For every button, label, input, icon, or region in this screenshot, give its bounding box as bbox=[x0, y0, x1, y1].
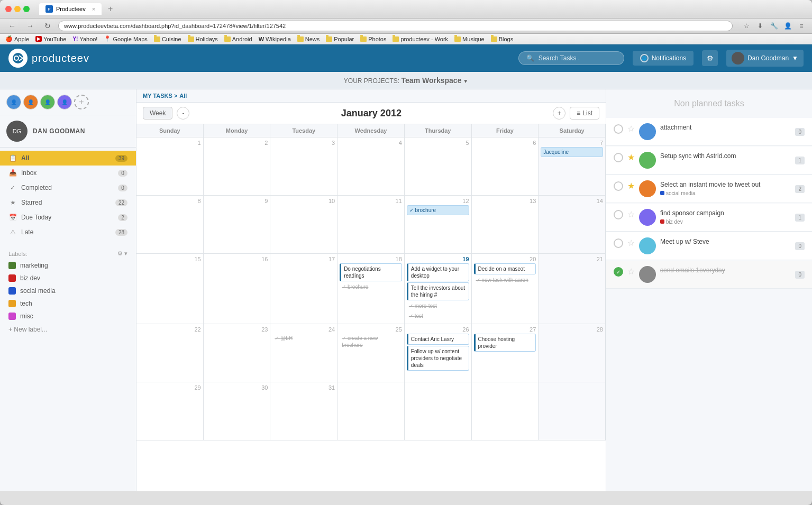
team-avatar-4[interactable]: 👤 bbox=[57, 95, 72, 109]
task-star-1[interactable]: ☆ bbox=[627, 124, 635, 134]
task-item-astrid[interactable]: ★ Setup sync with Astrid.com 1 bbox=[606, 146, 812, 175]
cal-cell-jan8[interactable]: 8 bbox=[136, 196, 204, 254]
cal-task-bh[interactable]: @bH bbox=[272, 334, 335, 343]
team-avatar-1[interactable]: 👤 bbox=[6, 95, 21, 109]
cal-cell-jan9[interactable]: 9 bbox=[204, 196, 271, 254]
breadcrumb-all[interactable]: All bbox=[179, 93, 187, 99]
cal-cell-jan19[interactable]: 19 Add a widget to your desktop Tell the… bbox=[405, 254, 472, 324]
search-bar[interactable]: 🔍 Search Tasks . bbox=[518, 51, 624, 65]
cal-cell-jan26[interactable]: 26 Contact Aric Lasry Follow up w/ conte… bbox=[405, 324, 472, 382]
task-item-attachment[interactable]: ☆ attachment 0 bbox=[606, 118, 812, 146]
bookmark-wikipedia[interactable]: W Wikipedia bbox=[259, 36, 291, 42]
cal-cell-jan15[interactable]: 15 bbox=[136, 254, 204, 324]
cal-cell-jan30[interactable]: 30 bbox=[204, 382, 271, 440]
new-label-button[interactable]: + New label... bbox=[0, 323, 136, 336]
cal-cell-jan12[interactable]: 12 ✓ brochure bbox=[405, 196, 472, 254]
bookmark-photos[interactable]: Photos bbox=[360, 36, 386, 42]
bookmark-apple[interactable]: 🍎 Apple bbox=[5, 35, 29, 42]
task-star-2[interactable]: ★ bbox=[627, 152, 635, 162]
browser-tab[interactable]: P Producteev × bbox=[39, 3, 102, 15]
cal-task-follow-up-content[interactable]: Follow up w/ content providers to negoti… bbox=[407, 346, 469, 371]
task-item-movie[interactable]: ★ Select an instant movie to tweet out s… bbox=[606, 175, 812, 203]
team-avatar-2[interactable]: 👤 bbox=[23, 95, 38, 109]
back-button[interactable]: ← bbox=[5, 21, 19, 31]
cal-cell-jan17[interactable]: 17 bbox=[270, 254, 337, 324]
task-check-1[interactable] bbox=[614, 124, 623, 134]
task-star-3[interactable]: ★ bbox=[627, 181, 635, 191]
sidebar-item-due-today[interactable]: 📅 Due Today 2 bbox=[0, 210, 136, 225]
task-check-2[interactable] bbox=[614, 153, 623, 162]
task-check-3[interactable] bbox=[614, 181, 623, 191]
cal-task-new-task-aaron[interactable]: new task with aaron bbox=[474, 276, 536, 284]
label-marketing[interactable]: marketing bbox=[0, 259, 136, 272]
cal-cell-jan22[interactable]: 22 bbox=[136, 324, 204, 382]
url-input[interactable]: www.producteevbeta.com/dashboard.php?id_… bbox=[58, 21, 733, 31]
cal-cell-empty-2[interactable] bbox=[405, 382, 472, 440]
cal-cell-jan16[interactable]: 16 bbox=[204, 254, 271, 324]
bookmark-youtube[interactable]: ▶ YouTube bbox=[35, 36, 66, 42]
cal-cell-jan23[interactable]: 23 bbox=[204, 324, 271, 382]
label-misc[interactable]: misc bbox=[0, 310, 136, 323]
task-check-6[interactable]: ✓ bbox=[614, 267, 623, 277]
star-icon[interactable]: ☆ bbox=[741, 21, 752, 31]
next-month-button[interactable]: + bbox=[553, 107, 565, 120]
task-star-4[interactable]: ☆ bbox=[627, 209, 635, 219]
task-star-6[interactable]: ☆ bbox=[627, 267, 635, 277]
cal-task-mascot[interactable]: Decide on a mascot bbox=[474, 263, 536, 274]
project-name[interactable]: Team Workspace bbox=[402, 76, 469, 85]
cal-cell-jan7[interactable]: 7 Jacqueline bbox=[539, 137, 606, 196]
extensions-icon[interactable]: 🔧 bbox=[769, 21, 779, 31]
cal-task-brochure-jan12[interactable]: ✓ brochure bbox=[407, 205, 469, 215]
cal-task-widget[interactable]: Add a widget to your desktop bbox=[407, 263, 469, 281]
sidebar-item-starred[interactable]: ★ Starred 22 bbox=[0, 195, 136, 210]
cal-cell-jan27[interactable]: 27 Choose hosting provider bbox=[472, 324, 539, 382]
download-icon[interactable]: ⬇ bbox=[755, 21, 765, 31]
cal-cell-jan10[interactable]: 10 bbox=[270, 196, 337, 254]
minimize-dot[interactable] bbox=[14, 6, 21, 12]
cal-task-hosting[interactable]: Choose hosting provider bbox=[474, 334, 536, 352]
bookmark-news[interactable]: News bbox=[297, 36, 320, 42]
forward-button[interactable]: → bbox=[23, 21, 37, 31]
cal-cell-jan29[interactable]: 29 bbox=[136, 382, 204, 440]
cal-cell-jan13[interactable]: 13 bbox=[472, 196, 539, 254]
cal-cell-jan11[interactable]: 11 bbox=[337, 196, 405, 254]
user-menu-button[interactable]: Dan Goodman ▼ bbox=[726, 50, 804, 67]
bookmark-musique[interactable]: Musique bbox=[454, 36, 485, 42]
close-dot[interactable] bbox=[5, 6, 12, 12]
cal-cell-jan24[interactable]: 24 @bH bbox=[270, 324, 337, 382]
cal-cell-jan28[interactable]: 28 bbox=[539, 324, 606, 382]
cal-task-contact-aric[interactable]: Contact Aric Lasry bbox=[407, 334, 469, 345]
new-tab-button[interactable]: + bbox=[108, 4, 113, 14]
cal-task-investors[interactable]: Tell the investors about the hiring # bbox=[407, 282, 469, 300]
label-tech[interactable]: tech bbox=[0, 297, 136, 310]
labels-settings-icon[interactable]: ⚙ ▾ bbox=[117, 250, 127, 257]
task-star-5[interactable]: ☆ bbox=[627, 238, 635, 248]
cal-task-create-brochure[interactable]: create a new brochure bbox=[340, 334, 402, 350]
settings-gear-button[interactable]: ⚙ bbox=[702, 50, 718, 66]
settings-icon[interactable]: ≡ bbox=[796, 21, 807, 31]
bookmark-android[interactable]: Android bbox=[224, 36, 252, 42]
task-item-steve[interactable]: ☆ Meet up w/ Steve 0 bbox=[606, 232, 812, 260]
cal-task-negotiations[interactable]: Do negotiations readings bbox=[340, 263, 402, 281]
bookmark-yahoo[interactable]: Y! Yahoo! bbox=[72, 36, 97, 42]
sidebar-item-completed[interactable]: ✓ Completed 0 bbox=[0, 180, 136, 195]
cal-cell-jan20[interactable]: 20 Decide on a mascot new task with aaro… bbox=[472, 254, 539, 324]
tab-close-button[interactable]: × bbox=[92, 6, 95, 12]
sidebar-item-all[interactable]: 📋 All 39 bbox=[0, 151, 136, 166]
cal-task-more-test[interactable]: more-test bbox=[407, 301, 469, 310]
cal-cell-empty-1[interactable] bbox=[337, 382, 405, 440]
team-avatar-3[interactable]: 👤 bbox=[40, 95, 55, 109]
task-check-4[interactable] bbox=[614, 210, 623, 219]
cal-task-test[interactable]: test bbox=[407, 311, 469, 320]
cal-cell-empty-3[interactable] bbox=[472, 382, 539, 440]
task-check-5[interactable] bbox=[614, 238, 623, 248]
cal-cell-jan14[interactable]: 14 bbox=[539, 196, 606, 254]
prev-month-button[interactable]: - bbox=[177, 107, 189, 120]
cal-cell-jan18[interactable]: 18 Do negotiations readings brochure bbox=[337, 254, 405, 324]
cal-cell-jan3[interactable]: 3 bbox=[270, 137, 337, 196]
task-item-sponsor[interactable]: ☆ find sponsor campaign biz dev 1 bbox=[606, 204, 812, 232]
cal-cell-empty-4[interactable] bbox=[539, 382, 606, 440]
add-team-member-button[interactable]: + bbox=[74, 95, 89, 109]
notifications-button[interactable]: 🌐 Notifications bbox=[633, 51, 694, 66]
cal-cell-jan1[interactable]: 1 bbox=[136, 137, 204, 196]
